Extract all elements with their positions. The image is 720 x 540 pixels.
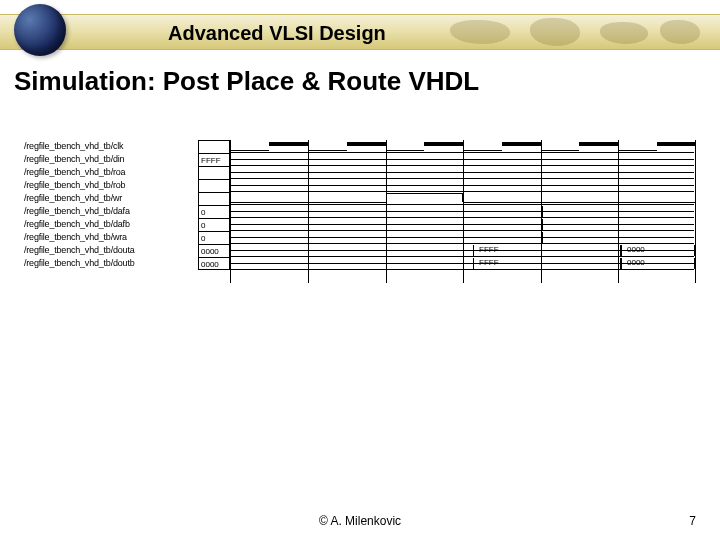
globe-icon xyxy=(14,4,66,56)
signal-name: /regfile_tbench_vhd_tb/dafb xyxy=(24,218,196,231)
signal-name-column: /regfile_tbench_vhd_tb/clk /regfile_tben… xyxy=(24,140,196,270)
footer-author: © A. Milenkovic xyxy=(0,514,720,528)
signal-value: 0 xyxy=(198,205,230,218)
signal-name: /regfile_tbench_vhd_tb/dafa xyxy=(24,205,196,218)
wave-row-dafb xyxy=(231,218,694,231)
signal-name: /regfile_tbench_vhd_tb/clk xyxy=(24,140,196,153)
course-title: Advanced VLSI Design xyxy=(168,22,386,45)
signal-value: 0000 xyxy=(198,257,230,270)
wave-row-din xyxy=(231,153,694,166)
signal-value: 0 xyxy=(198,218,230,231)
signal-name: /regfile_tbench_vhd_tb/doutb xyxy=(24,257,196,270)
signal-value: 0000 xyxy=(198,244,230,257)
page-title: Simulation: Post Place & Route VHDL xyxy=(14,66,479,97)
bus-value: 0000 xyxy=(627,258,645,267)
wave-row-doutb: FFFF 0000 xyxy=(231,257,694,270)
signal-value: FFFF xyxy=(198,153,230,166)
signal-value xyxy=(198,179,230,192)
time-gridline xyxy=(695,140,696,283)
wave-plot-area: FFFF 0000 FFFF 0000 xyxy=(230,140,694,283)
signal-name: /regfile_tbench_vhd_tb/douta xyxy=(24,244,196,257)
signal-value xyxy=(198,166,230,179)
signal-value: 0 xyxy=(198,231,230,244)
signal-name: /regfile_tbench_vhd_tb/wra xyxy=(24,231,196,244)
signal-value xyxy=(198,192,230,205)
wave-row-dafa xyxy=(231,205,694,218)
header-map-decor xyxy=(440,14,720,50)
bus-value: FFFF xyxy=(479,245,499,254)
signal-name: /regfile_tbench_vhd_tb/din xyxy=(24,153,196,166)
wave-row-clk xyxy=(231,140,694,153)
wave-row-douta: FFFF 0000 xyxy=(231,244,694,257)
wave-row-wra xyxy=(231,231,694,244)
signal-name: /regfile_tbench_vhd_tb/roa xyxy=(24,166,196,179)
wave-row-wr xyxy=(231,192,694,205)
signal-value xyxy=(198,140,230,153)
signal-value-column: FFFF 0 0 0 0000 0000 xyxy=(198,140,230,270)
bus-value: FFFF xyxy=(479,258,499,267)
waveform-viewer: /regfile_tbench_vhd_tb/clk /regfile_tben… xyxy=(24,140,694,290)
signal-name: /regfile_tbench_vhd_tb/wr xyxy=(24,192,196,205)
bus-value: 0000 xyxy=(627,245,645,254)
wave-row-roa xyxy=(231,166,694,179)
wave-row-rob xyxy=(231,179,694,192)
signal-name: /regfile_tbench_vhd_tb/rob xyxy=(24,179,196,192)
footer-page-number: 7 xyxy=(689,514,696,528)
